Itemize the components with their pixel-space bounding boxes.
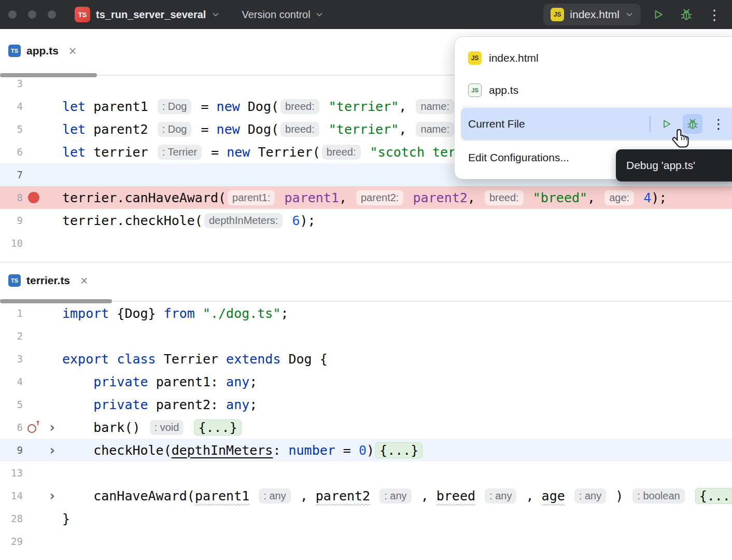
close-tab-icon[interactable]: × xyxy=(80,274,88,287)
line-number: 5 xyxy=(0,399,23,410)
line-number: 3 xyxy=(0,78,23,89)
vcs-label: Version control xyxy=(242,9,310,21)
inlay-hint: parent2: xyxy=(356,190,403,205)
tab-label: app.ts xyxy=(26,45,59,57)
inlay-hint: : any xyxy=(485,488,516,503)
fold-chevron-icon[interactable]: › xyxy=(45,443,60,457)
line-number: 28 xyxy=(0,513,23,524)
code-text: terrier.checkHole(depthInMeters: 6); xyxy=(60,213,316,228)
line-number: 7 xyxy=(0,169,23,180)
inlay-hint: breed: xyxy=(322,145,361,160)
gutter-marker-area xyxy=(23,421,45,434)
line-number: 14 xyxy=(0,490,23,501)
folded-code-chip: {...} xyxy=(194,419,241,436)
code-line-4[interactable]: 4 private parent1: any; xyxy=(0,370,732,393)
run-config-name: index.html xyxy=(570,8,620,21)
tab-app-ts[interactable]: TS app.ts × xyxy=(8,45,76,58)
code-text: import {Dog} from "./dog.ts"; xyxy=(60,306,289,321)
run-icon xyxy=(652,8,665,21)
popup-item-label: Current File xyxy=(468,118,525,130)
more-run-options-button[interactable]: ⋮ xyxy=(709,114,728,134)
inlay-hint: age: xyxy=(604,190,634,205)
divider xyxy=(650,116,651,132)
inlay-hint: : any xyxy=(259,488,290,503)
ide-window: TS ts_run_server_several Version control… xyxy=(0,0,732,560)
code-line-3[interactable]: 3export class Terrier extends Dog { xyxy=(0,347,732,370)
code-line-9[interactable]: 9terrier.checkHole(depthInMeters: 6); xyxy=(0,209,732,232)
breakpoint-icon[interactable] xyxy=(28,192,39,203)
minimize-window-button[interactable] xyxy=(28,10,36,19)
fold-chevron-icon[interactable]: › xyxy=(45,489,60,502)
editor-pane-terrier: TS terrier.ts × 1import {Dog} from "./do… xyxy=(0,262,732,560)
overrides-method-icon[interactable] xyxy=(27,421,40,434)
code-line-10[interactable]: 10 xyxy=(0,232,732,255)
line-number: 5 xyxy=(0,123,23,135)
tab-label: terrier.ts xyxy=(26,274,70,287)
file-type-icon: JS xyxy=(468,51,482,65)
scrollbar-thumb[interactable] xyxy=(0,299,112,303)
code-text: let parent1 : Dog = new Dog(breed: "terr… xyxy=(60,99,456,114)
line-number: 1 xyxy=(0,307,23,319)
code-editor-terrier[interactable]: 1import {Dog} from "./dog.ts";23export c… xyxy=(0,304,732,560)
tab-bar-bottom: TS terrier.ts × xyxy=(0,262,732,299)
run-button[interactable] xyxy=(648,4,669,25)
inlay-hint: : Dog xyxy=(158,99,192,114)
code-line-8[interactable]: 8terrier.canHaveAward(parent1: parent1, … xyxy=(0,186,732,209)
line-number: 8 xyxy=(0,192,23,203)
line-number: 13 xyxy=(0,467,23,479)
window-controls xyxy=(8,10,56,19)
popup-item-index-html[interactable]: JSindex.html xyxy=(461,42,732,74)
project-selector[interactable]: TS ts_run_server_several xyxy=(75,7,220,22)
line-number: 10 xyxy=(0,237,23,249)
code-text: export class Terrier extends Dog { xyxy=(60,352,328,367)
fullscreen-window-button[interactable] xyxy=(48,10,56,19)
popup-item-label: index.html xyxy=(489,52,539,64)
code-line-6[interactable]: 6› bark() : void {...} xyxy=(0,416,732,439)
code-text: let terrier : Terrier = new Terrier(bree… xyxy=(60,145,495,160)
inlay-hint: parent1: xyxy=(228,190,275,205)
mouse-cursor-icon xyxy=(672,129,692,150)
project-icon: TS xyxy=(75,7,90,22)
code-text: private parent1: any; xyxy=(60,374,257,389)
code-line-1[interactable]: 1import {Dog} from "./dog.ts"; xyxy=(0,304,732,325)
close-tab-icon[interactable]: × xyxy=(69,45,77,58)
tab-terrier-ts[interactable]: TS terrier.ts × xyxy=(8,274,88,287)
inlay-hint: name: xyxy=(416,122,454,137)
titlebar: TS ts_run_server_several Version control… xyxy=(0,0,732,29)
code-line-14[interactable]: 14› canHaveAward(parent1 : any , parent2… xyxy=(0,484,732,507)
inlay-hint: depthInMeters: xyxy=(204,213,283,228)
debug-button[interactable] xyxy=(676,4,697,25)
more-menu-button[interactable]: ⋮ xyxy=(704,4,725,25)
code-line-2[interactable]: 2 xyxy=(0,325,732,347)
fold-chevron-icon[interactable]: › xyxy=(45,421,60,434)
debug-bug-icon xyxy=(679,7,694,22)
code-text: } xyxy=(60,511,70,526)
code-line-29[interactable]: 29 xyxy=(0,530,732,553)
code-line-5[interactable]: 5 private parent2: any; xyxy=(0,393,732,416)
chevron-down-icon xyxy=(212,10,220,19)
vcs-widget[interactable]: Version control xyxy=(242,9,323,21)
inlay-hint: breed: xyxy=(485,190,524,205)
typescript-file-icon: TS xyxy=(8,274,21,287)
inlay-hint: : any xyxy=(379,488,411,503)
line-number: 6 xyxy=(0,422,23,433)
debug-tooltip: Debug 'app.ts' xyxy=(616,149,732,181)
popup-item-label: app.ts xyxy=(489,84,518,96)
horizontal-scrollbar[interactable] xyxy=(0,299,732,304)
titlebar-right: JS index.html ⋮ xyxy=(543,4,725,25)
code-text: private parent2: any; xyxy=(60,397,257,412)
close-window-button[interactable] xyxy=(8,10,17,19)
code-line-9[interactable]: 9› checkHole(depthInMeters: number = 0){… xyxy=(0,439,732,461)
inlay-hint: : any xyxy=(574,488,606,503)
code-line-28[interactable]: 28} xyxy=(0,507,732,530)
line-number: 6 xyxy=(0,146,23,158)
typescript-file-icon: TS xyxy=(8,45,21,57)
line-number: 9 xyxy=(0,215,23,226)
code-line-13[interactable]: 13 xyxy=(0,461,732,484)
run-config-selector[interactable]: JS index.html xyxy=(543,4,641,25)
chevron-down-icon xyxy=(625,10,634,19)
scrollbar-thumb[interactable] xyxy=(0,73,97,77)
code-text: bark() : void {...} xyxy=(60,419,243,436)
popup-item-app-ts[interactable]: JSapp.ts xyxy=(461,74,732,106)
inlay-hint: : Terrier xyxy=(158,145,202,160)
